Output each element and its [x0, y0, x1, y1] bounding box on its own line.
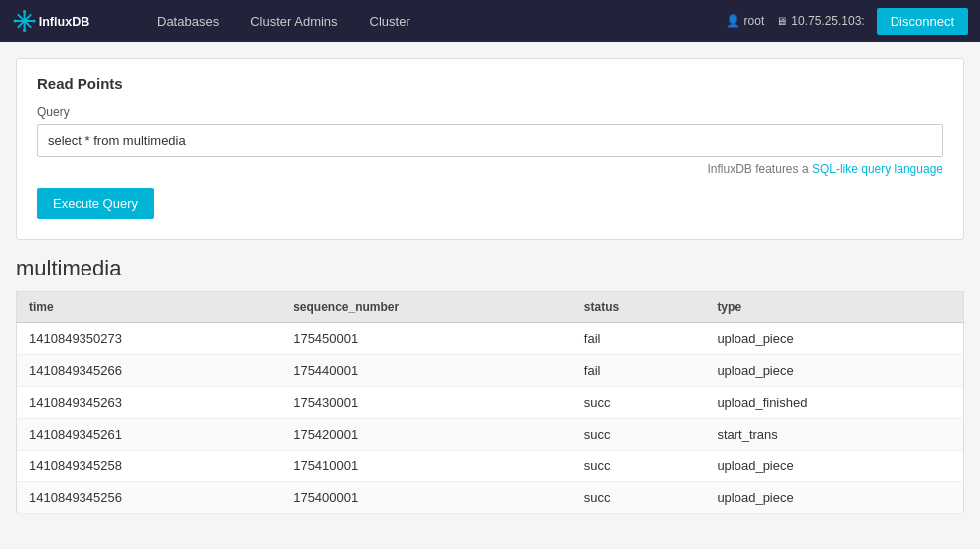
svg-point-5 [23, 10, 26, 13]
cell-status: succ [572, 482, 706, 514]
hint-link[interactable]: SQL-like query language [812, 162, 943, 176]
table-row: 1410849345261175420001succstart_trans [17, 419, 964, 451]
cell-type: upload_finished [705, 387, 963, 419]
hostname: 10.75.25.103: [791, 14, 864, 28]
cell-sequence_number: 175400001 [281, 482, 572, 514]
cell-status: succ [572, 387, 706, 419]
table-row: 1410849345256175400001succupload_piece [17, 482, 964, 514]
cell-type: upload_piece [705, 482, 963, 514]
table-head: time sequence_number status type [17, 292, 964, 323]
cell-time: 1410849345266 [17, 355, 282, 387]
nav-host: 10.75.25.103: [776, 14, 864, 28]
cell-status: fail [572, 323, 706, 355]
query-input[interactable] [37, 124, 943, 157]
execute-query-button[interactable]: Execute Query [37, 188, 154, 219]
cell-type: upload_piece [705, 355, 963, 387]
cell-type: upload_piece [705, 451, 963, 482]
nav-links: Databases Cluster Admins Cluster [141, 0, 726, 42]
query-label: Query [37, 105, 943, 119]
logo: InfluxDB [12, 7, 121, 35]
results-section: multimedia time sequence_number status t… [16, 256, 964, 514]
cell-time: 1410849345263 [17, 387, 282, 419]
nav-user: root [726, 14, 765, 28]
cell-sequence_number: 175450001 [281, 323, 572, 355]
col-sequence-number: sequence_number [281, 292, 572, 323]
cell-time: 1410849345261 [17, 419, 282, 451]
query-hint: InfluxDB features a SQL-like query langu… [37, 162, 943, 176]
cell-time: 1410849345256 [17, 482, 282, 514]
nav-right: root 10.75.25.103: Disconnect [726, 8, 968, 35]
table-row: 1410849345266175440001failupload_piece [17, 355, 964, 387]
svg-point-6 [23, 29, 26, 32]
table-title: multimedia [16, 256, 964, 281]
col-time: time [17, 292, 282, 323]
cell-time: 1410849350273 [17, 323, 282, 355]
user-icon [726, 14, 740, 28]
cell-status: fail [572, 355, 706, 387]
nav-cluster-admins[interactable]: Cluster Admins [235, 0, 353, 42]
cell-status: succ [572, 451, 706, 482]
username: root [744, 14, 765, 28]
table-row: 1410849345258175410001succupload_piece [17, 451, 964, 482]
panel-title: Read Points [37, 75, 943, 92]
cell-status: succ [572, 419, 706, 451]
cell-sequence_number: 175410001 [281, 451, 572, 482]
cell-type: upload_piece [705, 323, 963, 355]
svg-point-8 [32, 19, 35, 22]
hint-text: InfluxDB features a [708, 162, 809, 176]
table-header-row: time sequence_number status type [17, 292, 964, 323]
svg-text:InfluxDB: InfluxDB [39, 15, 90, 29]
cell-sequence_number: 175430001 [281, 387, 572, 419]
navbar: InfluxDB Databases Cluster Admins Cluste… [0, 0, 980, 42]
read-points-panel: Read Points Query InfluxDB features a SQ… [16, 58, 964, 240]
nav-databases[interactable]: Databases [141, 0, 235, 42]
results-table: time sequence_number status type 1410849… [16, 291, 964, 514]
cell-sequence_number: 175440001 [281, 355, 572, 387]
table-row: 1410849350273175450001failupload_piece [17, 323, 964, 355]
cell-type: start_trans [705, 419, 963, 451]
svg-point-7 [14, 19, 17, 22]
table-body: 1410849350273175450001failupload_piece14… [17, 323, 964, 514]
table-row: 1410849345263175430001succupload_finishe… [17, 387, 964, 419]
nav-cluster[interactable]: Cluster [354, 0, 426, 42]
disconnect-button[interactable]: Disconnect [877, 8, 968, 35]
cell-sequence_number: 175420001 [281, 419, 572, 451]
cell-time: 1410849345258 [17, 451, 282, 482]
col-type: type [705, 292, 963, 323]
col-status: status [572, 292, 706, 323]
server-icon [776, 14, 787, 28]
